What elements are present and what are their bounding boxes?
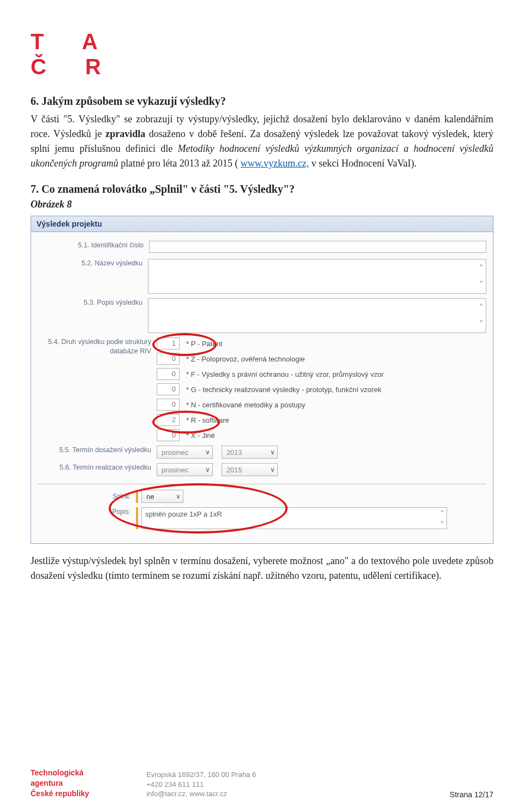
footer-contact: Evropská 1692/37, 160 00 Praha 6 +420 23… — [146, 770, 256, 799]
footer-org-line3: České republiky — [31, 789, 89, 799]
label-5-1: 5.1. Identifikační číslo — [38, 241, 149, 250]
textarea-popis-value: splněn pouze 1xP a 1xR — [145, 510, 222, 518]
figure8-label: Obrázek 8 — [31, 199, 493, 210]
select-term-realizace-month[interactable]: prosinec ∨ — [157, 463, 213, 476]
riv-text-z: * Z - Poloprovoz, ověřená technologie — [186, 355, 305, 363]
select-value: prosinec — [162, 448, 202, 457]
riv-item-g: 0 * G - technicky realizované výsledky -… — [157, 383, 486, 395]
riv-text-n: * N - certifikované metodiky a postupy — [186, 401, 305, 409]
riv-item-x: 0 * X - Jiné — [157, 429, 486, 441]
label-splnil: Splnil: — [38, 492, 136, 501]
riv-text-r: * R - software — [186, 416, 229, 424]
select-value: prosinec — [162, 466, 202, 474]
panel-title: Výsledek projektu — [31, 216, 493, 232]
section6-text-bold: zpravidla — [105, 128, 145, 139]
riv-item-r: 2 * R - software — [157, 414, 486, 426]
riv-item-f: 0 * F - Výsledky s právní ochranou - uži… — [157, 368, 486, 380]
select-value: 2015 — [227, 466, 267, 474]
tacr-logo: T A Č R — [31, 31, 493, 81]
chevron-down-icon: ∨ — [176, 493, 181, 500]
section6-tail-pre: platné pro léta 2013 až 2015 ( — [121, 158, 238, 169]
riv-item-p: 1 * P - Patent — [157, 337, 486, 349]
riv-count-f[interactable]: 0 — [157, 368, 180, 380]
riv-item-z: 0 * Z - Poloprovoz, ověřená technologie — [157, 353, 486, 365]
label-5-4: 5.4. Druh výsledku podle struktury datab… — [38, 337, 157, 356]
footer-org-line2: agentura — [31, 778, 89, 789]
scroll-hint-icon: ˄˅ — [479, 302, 484, 330]
required-indicator-bar — [136, 507, 138, 529]
select-splnil-value: ne — [146, 493, 172, 501]
page-number: Strana 12/17 — [450, 790, 493, 799]
section6-heading: 6. Jakým způsobem se vykazují výsledky? — [31, 95, 493, 108]
footer-org-line1: Technologická — [31, 768, 89, 778]
textarea-popis[interactable]: splněn pouze 1xP a 1xR ˄˅ — [141, 507, 447, 529]
chevron-down-icon: ∨ — [270, 466, 275, 473]
section7-heading: 7. Co znamená rolovátko „Splnil" v části… — [31, 183, 493, 195]
required-indicator-bar — [136, 490, 138, 503]
select-term-realizace-year[interactable]: 2015 ∨ — [222, 463, 278, 476]
riv-text-x: * X - Jiné — [186, 431, 215, 440]
scroll-hint-icon: ˄˅ — [440, 510, 444, 530]
riv-text-p: * P - Patent — [186, 340, 222, 348]
label-popis: Popis: — [38, 507, 136, 516]
riv-type-list: 1 * P - Patent 0 * Z - Poloprovoz, ověře… — [157, 337, 486, 441]
textarea-result-desc[interactable]: ˄˅ — [148, 298, 486, 333]
chevron-down-icon: ∨ — [205, 466, 210, 473]
logo-row-2: Č R — [31, 56, 493, 81]
section6-tail-post: v sekci Hodnocení VaVaI). — [312, 158, 417, 169]
riv-count-g[interactable]: 0 — [157, 383, 180, 395]
chevron-down-icon: ∨ — [270, 448, 275, 456]
footer-phone: +420 234 611 111 — [146, 780, 256, 790]
label-5-5: 5.5. Termín dosažení výsledku — [38, 446, 157, 455]
label-5-3: 5.3. Popis výsledku — [38, 298, 148, 307]
scroll-hint-icon: ˄˅ — [479, 263, 484, 291]
section6-paragraph: V části "5. Výsledky" se zobrazují ty vý… — [31, 112, 493, 171]
footer-email-web: info@tacr.cz, www.tacr.cz — [146, 789, 256, 799]
riv-item-n: 0 * N - certifikované metodiky a postupy — [157, 399, 486, 411]
select-term-dosazeni-month[interactable]: prosinec ∨ — [157, 446, 213, 459]
footer-org: Technologická agentura České republiky — [31, 768, 89, 799]
textarea-result-name[interactable]: ˄˅ — [148, 259, 486, 294]
divider — [38, 484, 486, 484]
page-footer: Technologická agentura České republiky E… — [31, 768, 493, 799]
chevron-down-icon: ∨ — [205, 448, 210, 456]
logo-row-1: T A — [31, 31, 493, 56]
section6-link[interactable]: www.vyzkum.cz, — [241, 158, 309, 169]
label-5-6: 5.6. Termín realizace výsledku — [38, 463, 157, 472]
after-panel-paragraph: Jestliže výstup/výsledek byl splněn v te… — [31, 554, 493, 583]
footer-address: Evropská 1692/37, 160 00 Praha 6 — [146, 770, 256, 780]
riv-text-g: * G - technicky realizované výsledky - p… — [186, 386, 382, 394]
riv-count-r[interactable]: 2 — [157, 414, 180, 426]
riv-count-n[interactable]: 0 — [157, 399, 180, 411]
label-5-2: 5.2. Název výsledku — [38, 259, 148, 268]
project-result-panel: Výsledek projektu 5.1. Identifikační čís… — [31, 216, 493, 544]
riv-count-x[interactable]: 0 — [157, 429, 180, 441]
select-value: 2013 — [227, 448, 267, 457]
select-term-dosazeni-year[interactable]: 2013 ∨ — [222, 446, 278, 459]
input-ident-number[interactable] — [149, 241, 486, 253]
riv-text-f: * F - Výsledky s právní ochranou - užitn… — [186, 370, 384, 378]
riv-count-z[interactable]: 0 — [157, 353, 180, 365]
riv-count-p[interactable]: 1 — [157, 337, 180, 349]
select-splnil[interactable]: ne ∨ — [141, 490, 183, 503]
